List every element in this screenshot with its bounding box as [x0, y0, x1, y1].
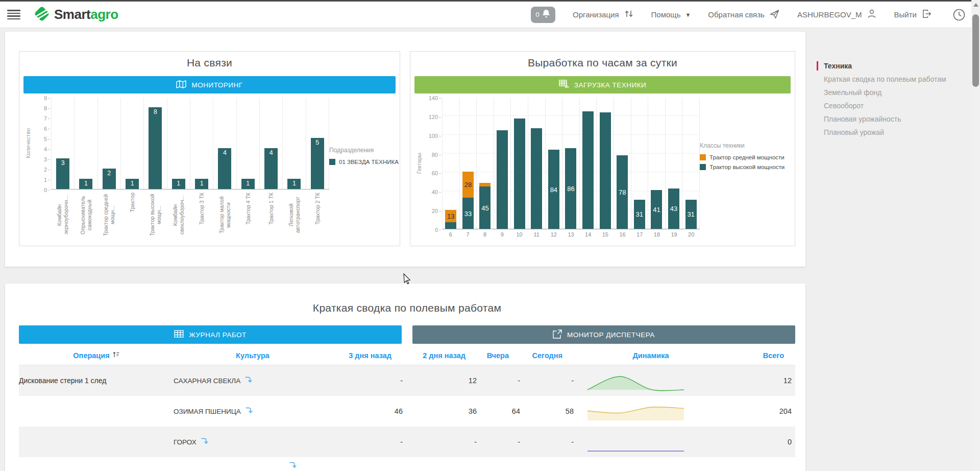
right-sidebar: ТехникаКраткая сводка по полевым работам…: [817, 59, 967, 139]
bar[interactable]: 1: [79, 179, 92, 189]
logout-button[interactable]: Выйти: [894, 9, 932, 20]
bar[interactable]: 45: [479, 183, 491, 229]
charts-panel: На связи МОНИТОРИНГ Количество0123456789…: [5, 32, 805, 267]
legend-item[interactable]: Трактор высокой мощности: [700, 164, 791, 170]
bar[interactable]: [600, 112, 611, 229]
column-header-dynamics[interactable]: Динамика: [577, 351, 689, 360]
culture-arrow-icon[interactable]: [289, 461, 298, 470]
sidebar-item-3[interactable]: Земельный фонд: [817, 86, 967, 99]
bar[interactable]: 31: [685, 200, 697, 229]
smartagro-logo-icon: [34, 6, 50, 24]
column-header-3days[interactable]: 3 дня назад: [332, 351, 406, 360]
sidebar-item-6[interactable]: Плановый урожай: [817, 126, 967, 139]
bar[interactable]: 86: [565, 148, 576, 229]
bar[interactable]: 5: [311, 138, 324, 189]
sort-icon: [112, 351, 119, 360]
field-work-summary-panel: Краткая сводка по полевым работам ЖУРНАЛ…: [5, 284, 805, 471]
bar[interactable]: [582, 111, 594, 229]
history-clock-button[interactable]: [952, 8, 966, 21]
output-chart-title: Выработка по часам за сутки: [414, 57, 791, 72]
dynamics-sparkline: [577, 430, 689, 454]
column-header-today[interactable]: Сегодня: [523, 351, 577, 360]
dynamics-sparkline: [577, 369, 689, 393]
scrollbar-up-arrow-icon[interactable]: [973, 3, 978, 7]
machinery-load-button[interactable]: ЗАГРУЗКА ТЕХНИКИ: [414, 76, 791, 93]
cell-3days: -: [332, 438, 406, 446]
bar[interactable]: 1: [172, 179, 185, 189]
user-icon: [867, 9, 877, 20]
column-header-2days[interactable]: 2 дня назад: [406, 351, 480, 360]
bar[interactable]: 31: [634, 200, 645, 229]
user-menu[interactable]: ASHURBEGOV_M: [797, 9, 877, 20]
chevron-down-icon: ▼: [685, 12, 691, 18]
bar[interactable]: 84: [548, 150, 559, 229]
online-bar-chart: Количество0123456789312181141415Комбайн …: [23, 98, 329, 238]
table-chart-icon: [559, 80, 569, 90]
bar[interactable]: 1: [126, 179, 139, 189]
notifications-button[interactable]: 0: [531, 7, 555, 23]
bar[interactable]: 8: [149, 107, 162, 189]
sidebar-item-2[interactable]: Краткая сводка по полевым работам: [817, 73, 967, 86]
cell-yesterday: 64: [480, 407, 523, 415]
scrollbar-thumb[interactable]: [972, 14, 979, 87]
cell-3days: -: [332, 376, 406, 385]
cell-yesterday: -: [480, 438, 523, 446]
top-navbar: Smartagro 0 Организация Помощь ▼ Обратна…: [0, 2, 980, 28]
sidebar-item-5[interactable]: Плановая урожайность: [817, 112, 967, 126]
bar[interactable]: 4: [264, 148, 278, 189]
legend-item[interactable]: 01 ЗВЕЗДА ТЕХНИКА: [329, 159, 396, 165]
legend-item[interactable]: Трактор средней мощности: [700, 154, 791, 160]
vertical-scrollbar[interactable]: [971, 0, 980, 471]
monitoring-button[interactable]: МОНИТОРИНГ: [23, 76, 396, 93]
table-row[interactable]: ГОРОХ----0: [19, 427, 795, 457]
bar[interactable]: [514, 119, 525, 229]
culture-arrow-icon[interactable]: [245, 407, 254, 416]
column-header-yesterday[interactable]: Вчера: [480, 351, 523, 360]
organization-menu[interactable]: Организация: [573, 9, 633, 20]
cell-culture[interactable]: ГОРОХ: [174, 437, 332, 447]
table-row[interactable]: Дискование стерни 1 следСАХАРНАЯ СВЕКЛА-…: [19, 365, 795, 396]
online-chart-title: На связи: [23, 57, 396, 72]
cell-today: -: [523, 376, 577, 385]
bar[interactable]: 43: [668, 189, 679, 229]
table-body: Дискование стерни 1 следСАХАРНАЯ СВЕКЛА-…: [19, 365, 795, 470]
output-chart-card: Выработка по часам за сутки ЗАГРУЗКА ТЕХ…: [410, 51, 795, 246]
logout-icon: [921, 9, 932, 20]
notification-count: 0: [535, 11, 540, 18]
cell-total: 204: [689, 407, 795, 415]
bar[interactable]: 3328: [462, 172, 474, 229]
hamburger-menu-icon[interactable]: [7, 10, 20, 19]
work-journal-button[interactable]: ЖУРНАЛ РАБОТ: [19, 325, 402, 344]
help-menu[interactable]: Помощь ▼: [651, 10, 691, 19]
column-header-culture[interactable]: Культура: [174, 351, 332, 360]
bar[interactable]: 1: [241, 179, 255, 189]
feedback-button[interactable]: Обратная связь: [708, 9, 780, 21]
culture-arrow-icon[interactable]: [201, 437, 209, 447]
cell-culture[interactable]: ОЗИМАЯ ПШЕНИЦА: [174, 407, 332, 416]
bar[interactable]: 78: [617, 155, 628, 229]
table-row[interactable]: [19, 457, 795, 470]
bar[interactable]: 1: [195, 179, 208, 189]
legend-swatch: [329, 159, 335, 165]
plot-area: 312181141415: [51, 98, 329, 190]
cell-total: 0: [689, 438, 795, 446]
bar[interactable]: 41: [651, 190, 662, 229]
bar[interactable]: [497, 130, 508, 229]
sidebar-item-4[interactable]: Севооборот: [817, 99, 967, 112]
summary-table: Операция Культура 3 дня назад 2 дня наза…: [19, 346, 795, 470]
dispatcher-monitor-button[interactable]: МОНИТОР ДИСПЕТЧЕРА: [412, 325, 795, 344]
brand-logo[interactable]: Smartagro: [34, 6, 118, 24]
bar[interactable]: 1: [287, 179, 301, 189]
table-row[interactable]: ОЗИМАЯ ПШЕНИЦА46366458204: [19, 396, 795, 427]
bar[interactable]: 4: [218, 148, 231, 189]
bar[interactable]: 13: [445, 210, 456, 229]
bar[interactable]: 3: [56, 158, 69, 189]
column-header-operation[interactable]: Операция: [19, 351, 174, 360]
bar[interactable]: 2: [103, 169, 116, 189]
culture-arrow-icon[interactable]: [244, 376, 253, 386]
column-header-total[interactable]: Всего: [689, 351, 795, 360]
sidebar-item-1[interactable]: Техника: [817, 59, 967, 73]
cell-culture[interactable]: САХАРНАЯ СВЕКЛА: [174, 376, 332, 386]
y-axis-ticks: 020406080100120140: [424, 98, 442, 229]
bar[interactable]: [531, 128, 542, 229]
